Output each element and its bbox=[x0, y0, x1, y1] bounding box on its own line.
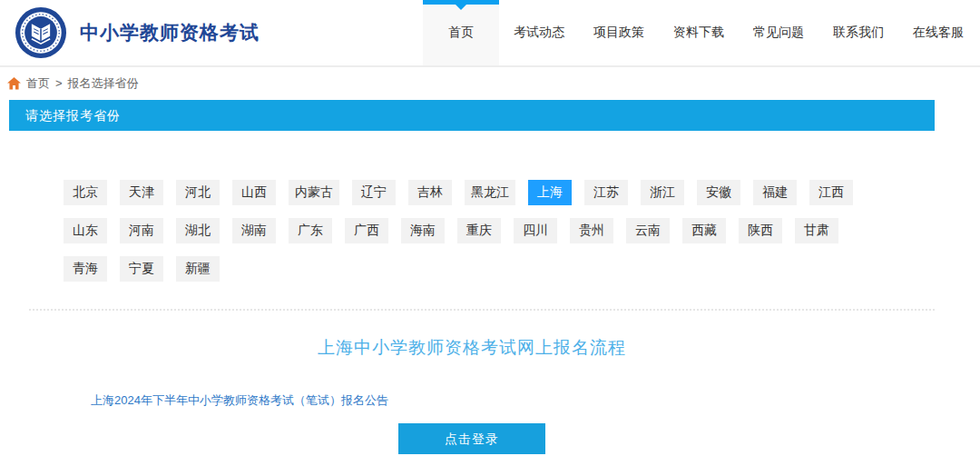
province-button[interactable]: 甘肃 bbox=[795, 218, 838, 243]
province-button[interactable]: 内蒙古 bbox=[289, 180, 339, 205]
province-row: 山东河南湖北湖南广东广西海南重庆四川贵州云南西藏陕西甘肃 bbox=[64, 218, 935, 243]
province-button[interactable]: 天津 bbox=[120, 180, 163, 205]
nav-item[interactable]: 首页 bbox=[423, 0, 499, 65]
province-row: 北京天津河北山西内蒙古辽宁吉林黑龙江上海江苏浙江安徽福建江西 bbox=[64, 180, 935, 205]
province-button[interactable]: 福建 bbox=[753, 180, 797, 205]
province-button[interactable]: 贵州 bbox=[570, 218, 613, 243]
province-button[interactable]: 河北 bbox=[176, 180, 220, 205]
breadcrumb: 首页 > 报名选择省份 bbox=[0, 67, 980, 91]
breadcrumb-separator: > bbox=[55, 76, 63, 90]
province-button[interactable]: 湖南 bbox=[232, 218, 276, 243]
province-button[interactable]: 新疆 bbox=[176, 256, 220, 282]
announcement-link[interactable]: 上海2024年下半年中小学教师资格考试（笔试）报名公告 bbox=[91, 392, 388, 409]
brand-title: 中小学教师资格考试 bbox=[80, 20, 260, 45]
home-icon bbox=[7, 77, 21, 90]
province-button[interactable]: 青海 bbox=[64, 256, 107, 282]
province-button[interactable]: 湖北 bbox=[176, 218, 220, 243]
province-button[interactable]: 广东 bbox=[289, 218, 332, 243]
province-button[interactable]: 辽宁 bbox=[352, 180, 396, 205]
flow-title: 上海中小学教师资格考试网上报名流程 bbox=[9, 336, 935, 360]
province-button[interactable]: 黑龙江 bbox=[465, 180, 515, 205]
province-button[interactable]: 云南 bbox=[626, 218, 670, 243]
site-logo[interactable]: 中小学教师资格考试 bbox=[0, 6, 260, 59]
nav-item[interactable]: 资料下载 bbox=[659, 0, 739, 65]
province-button[interactable]: 山东 bbox=[64, 218, 107, 243]
province-button[interactable]: 上海 bbox=[528, 180, 572, 205]
province-button[interactable]: 安徽 bbox=[697, 180, 740, 205]
main-nav: 首页考试动态项目政策资料下载常见问题联系我们在线客服 bbox=[423, 0, 978, 65]
province-button[interactable]: 河南 bbox=[120, 218, 163, 243]
province-grid: 北京天津河北山西内蒙古辽宁吉林黑龙江上海江苏浙江安徽福建江西山东河南湖北湖南广东… bbox=[64, 180, 935, 282]
province-row: 青海宁夏新疆 bbox=[64, 256, 935, 282]
province-button[interactable]: 吉林 bbox=[408, 180, 452, 205]
site-header: 中小学教师资格考试 首页考试动态项目政策资料下载常见问题联系我们在线客服 bbox=[0, 0, 980, 67]
book-seal-logo-icon bbox=[15, 6, 67, 59]
province-button[interactable]: 广西 bbox=[345, 218, 388, 243]
province-button[interactable]: 江苏 bbox=[584, 180, 628, 205]
content-area: 北京天津河北山西内蒙古辽宁吉林黑龙江上海江苏浙江安徽福建江西山东河南湖北湖南广东… bbox=[9, 180, 935, 454]
province-button[interactable]: 江西 bbox=[809, 180, 853, 205]
province-button[interactable]: 山西 bbox=[232, 180, 276, 205]
province-button[interactable]: 宁夏 bbox=[120, 256, 163, 282]
nav-item[interactable]: 在线客服 bbox=[898, 0, 978, 65]
nav-item[interactable]: 常见问题 bbox=[739, 0, 818, 65]
nav-item[interactable]: 联系我们 bbox=[818, 0, 898, 65]
province-button[interactable]: 西藏 bbox=[682, 218, 726, 243]
province-button[interactable]: 海南 bbox=[401, 218, 445, 243]
province-button[interactable]: 浙江 bbox=[641, 180, 684, 205]
province-button[interactable]: 北京 bbox=[64, 180, 107, 205]
province-button[interactable]: 陕西 bbox=[739, 218, 782, 243]
province-button[interactable]: 四川 bbox=[514, 218, 557, 243]
nav-item[interactable]: 考试动态 bbox=[499, 0, 579, 65]
breadcrumb-home-link[interactable]: 首页 bbox=[26, 75, 50, 92]
province-button[interactable]: 重庆 bbox=[457, 218, 501, 243]
select-province-banner: 请选择报考省份 bbox=[9, 100, 935, 131]
dotted-divider bbox=[29, 309, 935, 311]
nav-item[interactable]: 项目政策 bbox=[579, 0, 659, 65]
login-button[interactable]: 点击登录 bbox=[398, 423, 545, 454]
breadcrumb-current: 报名选择省份 bbox=[68, 75, 139, 92]
